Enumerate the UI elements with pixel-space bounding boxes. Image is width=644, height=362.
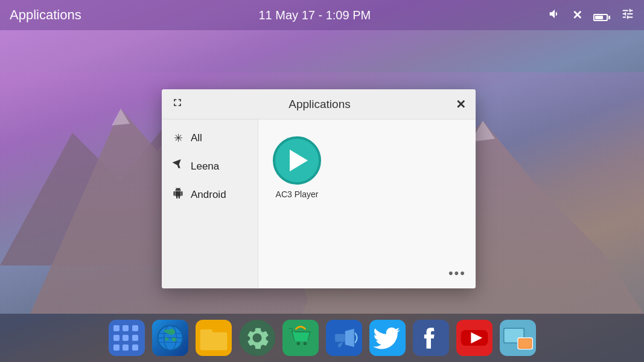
sidebar-item-leena[interactable]: Leena	[162, 152, 258, 180]
window-title: Applications	[183, 98, 456, 111]
grid-dot	[132, 335, 138, 341]
grid-dot	[123, 335, 129, 341]
grid-dot	[123, 325, 129, 331]
dock-item-megaphone[interactable]	[326, 320, 362, 356]
topbar-title: Applications	[10, 7, 81, 23]
app-content: AC3 Player •••	[258, 119, 476, 288]
svg-point-17	[303, 342, 307, 346]
app-window: Applications ✕ ✳ All Leena	[162, 89, 476, 288]
svg-marker-18	[345, 329, 354, 347]
svg-rect-19	[335, 334, 345, 341]
grid-dot	[132, 325, 138, 331]
android-icon	[171, 188, 185, 202]
svg-rect-14	[200, 332, 227, 351]
grid-dot	[113, 325, 120, 331]
dock-item-grid[interactable]	[109, 320, 145, 356]
dock-item-settings[interactable]	[239, 320, 275, 356]
dock-item-screen[interactable]	[500, 320, 536, 356]
grid-dot	[113, 345, 120, 351]
volume-icon[interactable]	[548, 7, 561, 24]
app-item-ac3player[interactable]: AC3 Player	[268, 132, 326, 204]
svg-rect-25	[518, 339, 531, 348]
ac3player-label: AC3 Player	[276, 189, 319, 199]
window-close-icon[interactable]: ✕	[456, 97, 466, 112]
dock-item-cart[interactable]	[282, 320, 319, 356]
svg-point-16	[296, 342, 300, 346]
taskbar	[0, 314, 644, 362]
all-icon: ✳	[171, 132, 185, 145]
dock-item-youtube[interactable]	[456, 320, 493, 356]
window-body: ✳ All Leena Android	[162, 119, 476, 288]
dock-item-folder[interactable]	[196, 320, 232, 356]
dock-item-twitter[interactable]	[369, 320, 406, 356]
topbar-clock: 11 May 17 - 1:09 PM	[81, 8, 548, 22]
window-header: Applications ✕	[162, 89, 476, 119]
play-triangle	[290, 150, 308, 171]
leena-icon	[171, 159, 185, 173]
topbar-close-icon[interactable]: ✕	[572, 8, 582, 22]
sidebar-label-android: Android	[191, 189, 226, 201]
app-sidebar: ✳ All Leena Android	[162, 119, 258, 288]
topbar-icons: ✕	[548, 7, 634, 24]
more-options-button[interactable]: •••	[448, 265, 466, 281]
sidebar-item-android[interactable]: Android	[162, 180, 258, 209]
ac3player-icon	[273, 136, 321, 185]
expand-icon[interactable]	[171, 97, 183, 112]
dock-item-facebook[interactable]	[413, 320, 449, 356]
grid-dot	[113, 335, 120, 341]
grid-dot	[132, 345, 138, 351]
sidebar-item-all[interactable]: ✳ All	[162, 124, 258, 152]
settings-sliders-icon[interactable]	[621, 7, 634, 24]
dock-item-browser[interactable]	[152, 320, 188, 356]
topbar: Applications 11 May 17 - 1:09 PM ✕	[0, 0, 644, 30]
svg-point-15	[253, 334, 260, 341]
grid-dot	[123, 345, 129, 351]
battery-icon	[593, 8, 610, 22]
sidebar-label-all: All	[191, 132, 202, 144]
sidebar-label-leena: Leena	[191, 160, 219, 173]
